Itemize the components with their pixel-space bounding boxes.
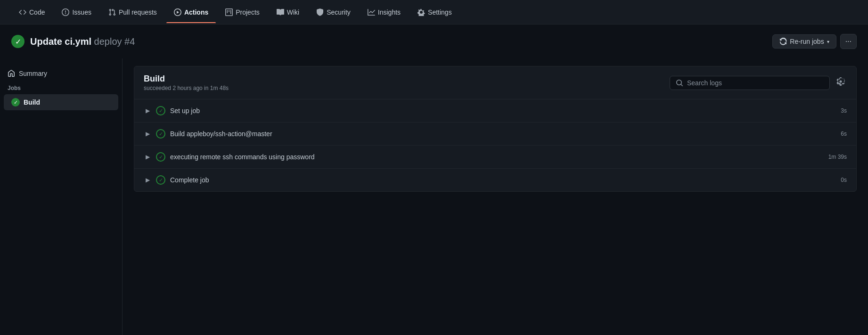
step-row[interactable]: ▶ ✓ Build appleboy/ssh-action@master 6s (134, 123, 856, 146)
more-options-button[interactable]: ··· (840, 34, 857, 49)
more-label: ··· (845, 37, 852, 45)
title-main: Update ci.yml (30, 36, 91, 47)
chevron-right-icon: ▶ (144, 131, 151, 137)
title-area: ✓ Update ci.yml deploy #4 (11, 35, 135, 48)
home-icon (8, 70, 15, 77)
nav-label-actions: Actions (184, 8, 208, 16)
nav-item-projects[interactable]: Projects (218, 2, 267, 23)
gear-icon (836, 77, 845, 86)
rerun-jobs-button[interactable]: Re-run jobs ▾ (772, 34, 836, 49)
step-success-icon: ✓ (156, 175, 165, 185)
wiki-icon (277, 8, 284, 16)
build-status-text: succeeded 2 hours ago in 1m 48s (144, 85, 229, 91)
nav-label-code: Code (29, 8, 45, 16)
page-header: ✓ Update ci.yml deploy #4 Re-run jobs ▾ … (0, 25, 868, 58)
nav-label-projects: Projects (236, 8, 260, 16)
nav-item-settings[interactable]: Settings (410, 2, 459, 23)
title-sub: deploy #4 (94, 36, 135, 47)
chevron-right-icon: ▶ (144, 154, 151, 160)
job-build-label: Build (24, 98, 40, 106)
nav-item-actions[interactable]: Actions (166, 2, 216, 23)
nav-label-insights: Insights (378, 8, 401, 16)
step-time: 1m 39s (828, 154, 847, 160)
nav-label-settings: Settings (428, 8, 452, 16)
step-time: 6s (841, 131, 847, 137)
logs-settings-button[interactable] (835, 75, 847, 90)
pull-request-icon (108, 8, 116, 16)
nav-item-pull-requests[interactable]: Pull requests (101, 2, 164, 23)
nav-item-security[interactable]: Security (309, 2, 358, 23)
code-icon (19, 8, 26, 16)
step-row[interactable]: ▶ ✓ Set up job 3s (134, 99, 856, 123)
nav-item-issues[interactable]: Issues (54, 2, 98, 23)
issue-icon (62, 8, 69, 16)
main-layout: Summary Jobs ✓ Build Build succeeded 2 h… (0, 58, 868, 335)
search-icon (676, 79, 683, 87)
step-name: Build appleboy/ssh-action@master (170, 130, 836, 138)
step-time: 3s (841, 107, 847, 114)
step-time: 0s (841, 177, 847, 183)
step-name: Set up job (170, 107, 836, 114)
rerun-chevron-icon: ▾ (827, 39, 829, 44)
jobs-section-label: Jobs (0, 81, 122, 94)
step-row[interactable]: ▶ ✓ Complete job 0s (134, 169, 856, 191)
actions-icon (174, 8, 181, 16)
header-actions: Re-run jobs ▾ ··· (772, 34, 857, 49)
sidebar-job-build[interactable]: ✓ Build (4, 94, 118, 110)
chevron-right-icon: ▶ (144, 177, 151, 183)
summary-label: Summary (19, 70, 47, 77)
nav-item-code[interactable]: Code (11, 2, 52, 23)
build-panel: Build succeeded 2 hours ago in 1m 48s (134, 66, 857, 192)
nav-label-security: Security (327, 8, 351, 16)
step-name: Complete job (170, 176, 836, 184)
workflow-status-icon: ✓ (11, 35, 25, 48)
insights-icon (368, 8, 375, 16)
nav-item-insights[interactable]: Insights (360, 2, 408, 23)
build-panel-header: Build succeeded 2 hours ago in 1m 48s (134, 66, 856, 99)
step-name: executing remote ssh commands using pass… (170, 153, 824, 161)
build-info: Build succeeded 2 hours ago in 1m 48s (144, 74, 229, 91)
sidebar: Summary Jobs ✓ Build (0, 58, 123, 335)
step-success-icon: ✓ (156, 106, 165, 115)
settings-icon (418, 8, 425, 16)
step-list: ▶ ✓ Set up job 3s ▶ ✓ Build appleboy/ssh… (134, 99, 856, 191)
nav-item-wiki[interactable]: Wiki (269, 2, 307, 23)
nav-label-issues: Issues (72, 8, 91, 16)
step-row[interactable]: ▶ ✓ executing remote ssh commands using … (134, 146, 856, 169)
search-bar (670, 76, 830, 90)
job-success-indicator: ✓ (11, 98, 20, 106)
page-title: Update ci.yml deploy #4 (30, 36, 135, 47)
step-success-icon: ✓ (156, 129, 165, 139)
chevron-right-icon: ▶ (144, 107, 151, 114)
top-nav: Code Issues Pull requests (0, 0, 868, 25)
security-icon (316, 8, 324, 16)
nav-label-wiki: Wiki (287, 8, 299, 16)
rerun-icon (779, 38, 787, 45)
sidebar-summary-item[interactable]: Summary (0, 66, 122, 81)
nav-label-pull-requests: Pull requests (119, 8, 157, 16)
build-title: Build (144, 74, 229, 84)
projects-icon (225, 8, 233, 16)
rerun-label: Re-run jobs (790, 38, 824, 45)
search-logs-input[interactable] (687, 79, 824, 87)
step-success-icon: ✓ (156, 152, 165, 162)
content-area: Build succeeded 2 hours ago in 1m 48s (123, 58, 868, 335)
